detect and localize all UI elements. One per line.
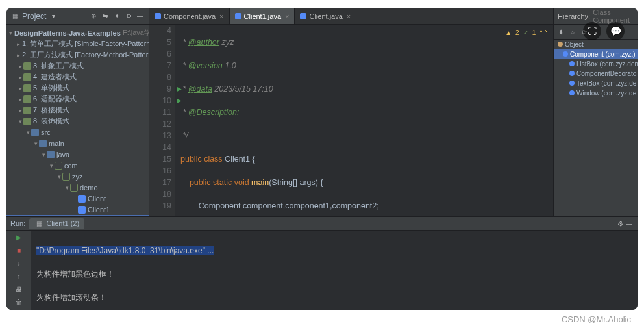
tree-item[interactable]: ▸3. 抽象工厂模式 (6, 60, 149, 71)
tree-main[interactable]: ▾main (6, 138, 149, 149)
folder-icon (31, 129, 39, 136)
tab-label: Component.java (164, 12, 216, 20)
tab-client1[interactable]: Client1.java× (230, 8, 295, 24)
cmd-line: "D:\Program Files\Java\jdk1.8.0_31\bin\j… (36, 246, 214, 255)
hide-icon[interactable]: — (625, 219, 634, 228)
tree-item[interactable]: ▸4. 建造者模式 (6, 71, 149, 82)
tree-demo[interactable]: ▾demo (6, 182, 149, 193)
hier-label: Object (565, 41, 584, 48)
tab-label: Client.java (309, 12, 342, 20)
close-icon[interactable]: × (219, 12, 223, 20)
tree-item[interactable]: ▸7. 桥接模式 (6, 105, 149, 116)
hide-icon[interactable]: — (136, 12, 145, 21)
console-output[interactable]: "D:\Program Files\Java\jdk1.8.0_31\bin\j… (31, 231, 638, 310)
watermark: CSDN @Mr.Aholic (562, 314, 631, 324)
chevron-icon[interactable]: ˄ ˅ (539, 27, 548, 39)
up-icon[interactable]: ↑ (14, 272, 23, 281)
run-label: Run: (10, 220, 25, 227)
expand-overlay-icon[interactable]: ⛶ (583, 22, 601, 40)
project-title: Project (22, 12, 46, 21)
code-area[interactable]: * @author zyz * @version 1.0 * @data 202… (175, 25, 553, 216)
tree-java[interactable]: ▾java (6, 149, 149, 160)
close-icon[interactable]: × (285, 12, 289, 20)
project-icon: ▦ (10, 12, 19, 21)
console-toolbar: ▶ ■ ↓ ↑ 🖶 🗑 (6, 231, 31, 310)
stop-icon[interactable]: ■ (14, 246, 23, 255)
typo-count: 1 (532, 27, 536, 39)
inspection-widget[interactable]: ▲2 ✓1 ˄ ˅ (505, 27, 548, 39)
print-icon[interactable]: 🖶 (14, 285, 23, 294)
locate-icon[interactable]: ⊕ (89, 12, 98, 21)
tree-icon[interactable]: ⬍ (556, 27, 565, 36)
hierarchy-item[interactable]: Window (com.zyz.de (554, 88, 638, 98)
code-editor[interactable]: 45678910111213141516171819 ▶ ▶ * @author… (149, 25, 553, 216)
close-icon[interactable]: × (347, 12, 351, 20)
tree-client[interactable]: Client (6, 193, 149, 204)
item-label: com (64, 162, 78, 170)
output-line: 为构件增加滚动条！ (36, 292, 632, 303)
tree-item[interactable]: ▸5. 单例模式 (6, 82, 149, 94)
class-dot-icon (558, 42, 563, 47)
output-line: 为构件增加黑色边框！ (36, 268, 632, 280)
hierarchy-item[interactable]: Component (com.zyz.) (554, 49, 638, 59)
chat-overlay-icon[interactable]: 💬 (606, 22, 625, 40)
item-label: Client (88, 195, 106, 203)
tab-label: Client1.java (244, 12, 281, 20)
run-console: ▶ ■ ↓ ↑ 🖶 🗑 "D:\Program Files\Java\jdk1.… (6, 231, 638, 310)
hier-label: TextBox (com.zyz.de (576, 80, 636, 87)
package-icon (55, 162, 62, 170)
item-label: zyz (72, 173, 83, 181)
rerun-icon[interactable]: ▶ (14, 233, 23, 242)
run-tab[interactable]: ▦Client1 (2) (29, 218, 84, 229)
tree-item[interactable]: ▸6. 适配器模式 (6, 94, 149, 105)
hierarchy-object[interactable]: Object (554, 40, 638, 49)
package-icon (70, 184, 78, 192)
tree-com[interactable]: ▾com (6, 160, 149, 171)
ide-window: ▦ Project ▾ ⊕ ⇆ ✦ ⚙ — Component.java× Cl… (6, 8, 638, 310)
class-dot-icon (569, 90, 575, 95)
tree-src[interactable]: ▾src (6, 127, 149, 138)
class-icon (78, 206, 86, 214)
hierarchy-subtitle: Class Component (593, 8, 634, 24)
class-icon (300, 13, 306, 19)
tree-client1[interactable]: Client1 (6, 204, 149, 215)
folder-icon (39, 140, 47, 147)
overlay-badges: ⛶ 💬 (583, 22, 625, 40)
tab-client[interactable]: Client.java× (295, 8, 356, 24)
tree-item[interactable]: ▸1. 简单工厂模式 [Simple-Factory-Pattern] (6, 38, 149, 49)
collapse-icon[interactable]: ⇆ (101, 12, 110, 21)
class-icon (235, 13, 242, 19)
expand-icon[interactable]: ✦ (112, 12, 121, 21)
tree-item[interactable]: ▸2. 工厂方法模式 [Factory-Method-Pattern] (6, 49, 149, 60)
tree-zyz[interactable]: ▾zyz (6, 171, 149, 182)
hierarchy-list: Object Component (com.zyz.) ListBox (com… (554, 40, 638, 98)
tree-root[interactable]: ▾DesignPatterns-Java-Examples F:\java学习 (6, 27, 149, 38)
tab-component[interactable]: Component.java× (149, 8, 230, 24)
filter-icon[interactable]: ⌕ (568, 27, 577, 36)
class-icon (155, 13, 161, 19)
folder-icon (23, 84, 31, 92)
settings-icon[interactable]: ⚙ (124, 12, 133, 21)
dropdown-icon[interactable]: ▾ (49, 12, 58, 21)
down-icon[interactable]: ↓ (14, 259, 23, 268)
trash-icon[interactable]: 🗑 (14, 298, 23, 307)
folder-icon (47, 151, 55, 158)
folder-icon (23, 62, 31, 70)
root-path: F:\java学习 (123, 28, 149, 38)
tree-item[interactable]: ▾8. 装饰模式 (6, 116, 149, 127)
folder-icon (23, 107, 31, 114)
editor-tabs: Component.java× Client1.java× Client.jav… (149, 8, 553, 24)
warning-icon: ▲ (505, 27, 512, 39)
hierarchy-item[interactable]: TextBox (com.zyz.de (554, 79, 638, 88)
hierarchy-item[interactable]: ListBox (com.zyz.dem (554, 59, 638, 69)
item-label: Client1 (88, 206, 110, 214)
hierarchy-item[interactable]: ComponentDecorato (554, 69, 638, 79)
item-label: 3. 抽象工厂模式 (33, 61, 84, 71)
item-label: 8. 装饰模式 (33, 116, 69, 126)
class-dot-icon (569, 71, 575, 76)
item-label: 1. 简单工厂模式 [Simple-Factory-Pattern] (22, 39, 149, 49)
root-label: DesignPatterns-Java-Examples (14, 29, 121, 37)
settings-icon[interactable]: ⚙ (615, 219, 625, 228)
hierarchy-panel: ⬍ ⌕ ⟳ Object Component (com.zyz.) ListBo… (553, 25, 638, 216)
item-label: 2. 工厂方法模式 [Factory-Method-Pattern] (22, 50, 149, 60)
